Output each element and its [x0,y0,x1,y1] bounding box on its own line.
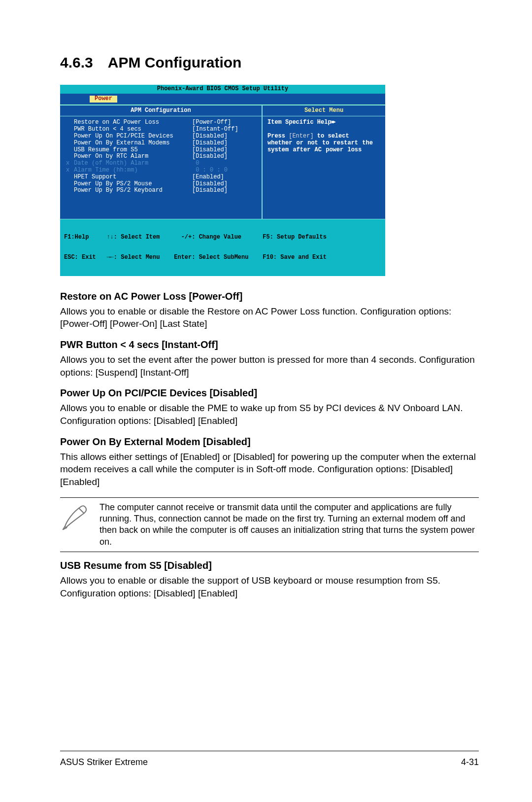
setting-body: Allows you to enable or disable the PME … [60,402,479,427]
bios-utility-title: Phoenix-Award BIOS CMOS Setup Utility [60,85,385,95]
bios-footer-line2: ESC: Exit →←: Select Menu Enter: Select … [64,254,381,261]
bios-setting-row[interactable]: Power Up By PS/2 Mouse[Disabled] [66,181,257,188]
page-footer: ASUS Striker Extreme 4-31 [60,751,479,767]
bios-panel-title: APM Configuration [60,105,262,116]
setting-title: Restore on AC Power Loss [Power-Off] [60,291,479,302]
bios-setting-row[interactable]: Power On By External Modems[Disabled] [66,140,257,147]
setting-body: Allows you to enable or disable the Rest… [60,305,479,330]
bios-screenshot: Phoenix-Award BIOS CMOS Setup Utility Po… [60,85,385,276]
bios-help-title: Select Menu [262,105,385,116]
setting-description: Power On By External Modem [Disabled]Thi… [60,436,479,488]
setting-description: Power Up On PCI/PCIE Devices [Disabled]A… [60,387,479,427]
bios-setting-row[interactable]: xDate (of Month) Alarm 0 [66,160,257,167]
help-heading: Item Specific Help [267,119,332,126]
section-heading: 4.6.3APM Configuration [60,54,479,71]
setting-body: Allows you to set the event after the po… [60,353,479,379]
bios-setting-row[interactable]: HPET Support[Enabled] [66,174,257,181]
bios-setting-row[interactable]: USB Resume from S5[Disabled] [66,147,257,154]
setting-title: USB Resume from S5 [Disabled] [60,560,479,571]
bios-footer-line1: F1:Help ↑↓: Select Item -/+: Change Valu… [64,234,381,241]
bios-setting-row[interactable]: Restore on AC Power Loss[Power-Off] [66,119,257,126]
bios-setting-row[interactable]: xAlarm Time (hh:mm) 0 : 0 : 0 [66,167,257,174]
bios-footer: F1:Help ↑↓: Select Item -/+: Change Valu… [60,219,385,276]
bios-help-panel: Item Specific Help▶▶ Press [Enter] to se… [262,116,385,219]
setting-title: Power Up On PCI/PCIE Devices [Disabled] [60,387,479,399]
footer-left: ASUS Striker Extreme [60,757,148,767]
section-title-text: APM Configuration [108,54,242,70]
note-callout: The computer cannot receive or transmit … [60,497,479,553]
bios-column-headers: APM Configuration Select Menu [60,105,385,116]
bios-setting-row[interactable]: Power Up On PCI/PCIE Devices[Disabled] [66,133,257,140]
section-number: 4.6.3 [60,54,93,71]
setting-body: This allows either settings of [Enabled]… [60,451,479,488]
forward-icon: ▶▶ [332,119,334,125]
bios-setting-row[interactable]: Power Up By PS/2 Keyboard[Disabled] [66,187,257,194]
bios-settings-list: Restore on AC Power Loss[Power-Off]PWR B… [60,116,262,219]
footer-right: 4-31 [461,757,479,767]
setting-title: PWR Button < 4 secs [Instant-Off] [60,339,479,350]
bios-setting-row[interactable]: PWR Button < 4 secs[Instant-Off] [66,126,257,133]
bios-setting-row[interactable]: Power On by RTC Alarm[Disabled] [66,153,257,160]
pencil-note-icon [60,502,91,534]
note-text: The computer cannot receive or transmit … [100,502,479,548]
bios-tab-power[interactable]: Power [90,96,117,103]
setting-body: Allows you to enable or disable the supp… [60,574,479,599]
setting-description: USB Resume from S5 [Disabled]Allows you … [60,560,479,599]
setting-description: PWR Button < 4 secs [Instant-Off]Allows … [60,339,479,379]
setting-description: Restore on AC Power Loss [Power-Off]Allo… [60,291,479,330]
bios-tab-row: Power [60,95,385,105]
setting-title: Power On By External Modem [Disabled] [60,436,479,448]
